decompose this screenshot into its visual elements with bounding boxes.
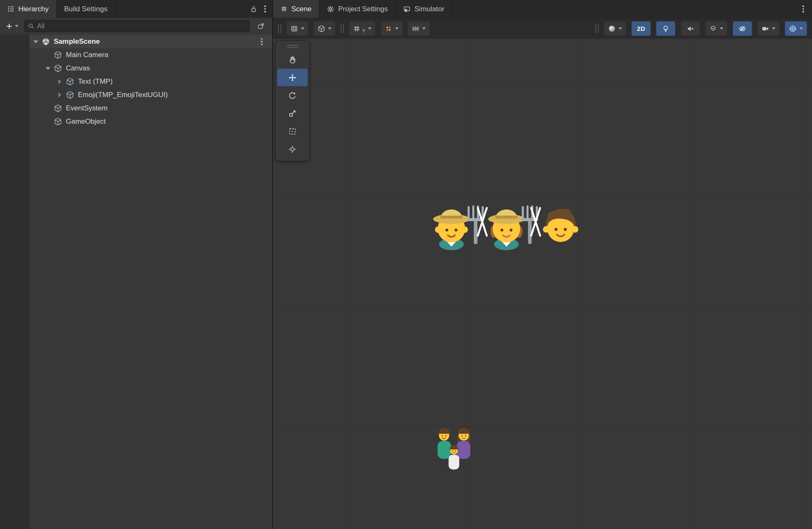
chevron-down-icon xyxy=(301,27,304,30)
tab-label: Scene xyxy=(291,5,311,13)
search-icon xyxy=(28,23,34,29)
light-bulb-icon xyxy=(662,25,669,32)
rect-icon xyxy=(288,127,296,135)
scene-panel-menu-button[interactable] xyxy=(799,0,808,18)
hierarchy-menu-button[interactable] xyxy=(261,0,270,18)
tools-overlay xyxy=(275,40,310,161)
gameobject-cube-icon xyxy=(54,117,62,126)
rect-tool-button[interactable] xyxy=(277,122,308,140)
hierarchy-panel: Hierarchy Build Settings xyxy=(0,0,273,529)
eye-slash-icon xyxy=(739,25,746,32)
tree-row-main-camera[interactable]: Main Camera xyxy=(30,48,272,62)
tabbar-spacer xyxy=(452,0,799,18)
scene-lighting-toggle[interactable] xyxy=(656,21,675,36)
tab-hierarchy[interactable]: Hierarchy xyxy=(0,0,57,18)
toolbar-separator xyxy=(595,24,599,33)
boy-emoji[interactable] xyxy=(537,200,584,246)
grid-visibility-dropdown[interactable]: Y xyxy=(349,21,376,36)
tree-row-emoji[interactable]: Emoji(TMP_EmojiTextUGUI) xyxy=(30,88,272,102)
cube-icon xyxy=(318,25,325,32)
family-emoji[interactable] xyxy=(429,424,479,473)
scene-camera-overlay-dropdown[interactable] xyxy=(757,21,779,36)
tab-build-settings[interactable]: Build Settings xyxy=(57,0,115,18)
tree-row-gameobject[interactable]: GameObject xyxy=(30,115,272,128)
transform-icon xyxy=(288,145,296,153)
scene-panel: Scene Project Settings Simul xyxy=(273,0,812,529)
scene-toolbar-right: 2D xyxy=(595,21,807,36)
search-input[interactable] xyxy=(37,22,246,30)
unlocked-padlock-icon xyxy=(250,5,257,12)
foldout-expanded-icon[interactable] xyxy=(42,67,54,70)
chevron-down-icon xyxy=(422,27,426,30)
gameobject-cube-icon xyxy=(54,51,62,59)
gameobject-cube-icon xyxy=(66,77,74,86)
scene-viewport[interactable] xyxy=(273,39,812,529)
open-window-icon xyxy=(257,22,265,30)
transform-tool-button[interactable] xyxy=(277,140,308,158)
toolbar-drag-handle[interactable] xyxy=(278,24,281,33)
add-object-button[interactable] xyxy=(4,23,20,30)
tree-label: EventSystem xyxy=(66,104,108,112)
gear-icon xyxy=(327,5,334,13)
rotate-icon xyxy=(288,92,296,100)
camera-lens-icon xyxy=(291,25,298,32)
chevron-down-icon xyxy=(395,27,398,30)
tree-label: Emoji(TMP_EmojiTextUGUI) xyxy=(78,91,168,99)
overlay-drag-handle[interactable] xyxy=(276,42,309,50)
tree-label: Main Camera xyxy=(66,51,108,59)
snap-settings-dropdown[interactable] xyxy=(381,21,403,36)
tab-project-settings[interactable]: Project Settings xyxy=(319,0,396,18)
tree-row-eventsystem[interactable]: EventSystem xyxy=(30,102,272,115)
scale-tool-button[interactable] xyxy=(277,105,308,122)
scene-visibility-toggle[interactable] xyxy=(733,21,752,36)
shaded-sphere-icon xyxy=(608,25,616,32)
mode-2d-toggle[interactable]: 2D xyxy=(632,21,651,36)
foldout-expanded-icon[interactable] xyxy=(30,40,42,43)
tab-label: Hierarchy xyxy=(18,5,49,13)
move-icon xyxy=(288,74,296,82)
foldout-collapsed-icon[interactable] xyxy=(54,92,66,97)
tree-row-text-tmp[interactable]: Text (TMP) xyxy=(30,75,272,88)
chevron-down-icon xyxy=(619,27,622,30)
scene-options-button[interactable] xyxy=(257,35,266,48)
tree-label: SampleScene xyxy=(54,37,100,46)
chevron-down-icon xyxy=(720,27,723,30)
shading-mode-dropdown[interactable] xyxy=(313,21,336,36)
scene-camera-dropdown[interactable] xyxy=(286,21,308,36)
tab-scene[interactable]: Scene xyxy=(273,0,319,18)
layers-icon xyxy=(709,25,717,32)
search-box[interactable] xyxy=(24,20,250,32)
tree-row-canvas[interactable]: Canvas xyxy=(30,62,272,75)
globe-gizmo-icon xyxy=(789,25,797,32)
lock-button[interactable] xyxy=(246,0,261,18)
unity-scene-icon xyxy=(42,37,50,46)
hierarchy-left-strip xyxy=(0,34,30,529)
tab-simulator[interactable]: Simulator xyxy=(396,0,452,18)
video-camera-icon xyxy=(762,25,769,32)
scene-effects-dropdown[interactable] xyxy=(705,21,727,36)
hand-tool-button[interactable] xyxy=(277,51,308,68)
external-window-button[interactable] xyxy=(254,22,268,30)
snap-increment-dropdown[interactable] xyxy=(408,21,430,36)
toolbar-separator xyxy=(341,24,344,33)
scene-audio-toggle[interactable] xyxy=(681,21,700,36)
tab-label: Build Settings xyxy=(64,5,108,13)
hierarchy-list-icon xyxy=(8,5,15,12)
grid-icon xyxy=(281,5,288,12)
foldout-collapsed-icon[interactable] xyxy=(54,79,66,84)
unity-editor-window: Hierarchy Build Settings xyxy=(0,0,812,529)
grid-axis-label: Y xyxy=(362,28,365,33)
orientation-gizmo-dropdown[interactable] xyxy=(785,21,807,36)
snap-grid-icon xyxy=(385,25,392,32)
move-tool-button[interactable] xyxy=(277,69,308,86)
gameobject-cube-icon xyxy=(54,104,62,112)
chevron-down-icon xyxy=(799,27,803,30)
tree-row-samplescene[interactable]: SampleScene xyxy=(30,35,272,48)
rotate-tool-button[interactable] xyxy=(277,87,308,104)
ruler-increments-icon xyxy=(412,25,419,32)
view-options-dropdown[interactable] xyxy=(604,21,626,36)
tab-label: Simulator xyxy=(414,5,444,13)
audio-muted-icon xyxy=(687,25,694,32)
hierarchy-tabbar: Hierarchy Build Settings xyxy=(0,0,272,18)
gameobject-cube-icon xyxy=(66,91,74,99)
